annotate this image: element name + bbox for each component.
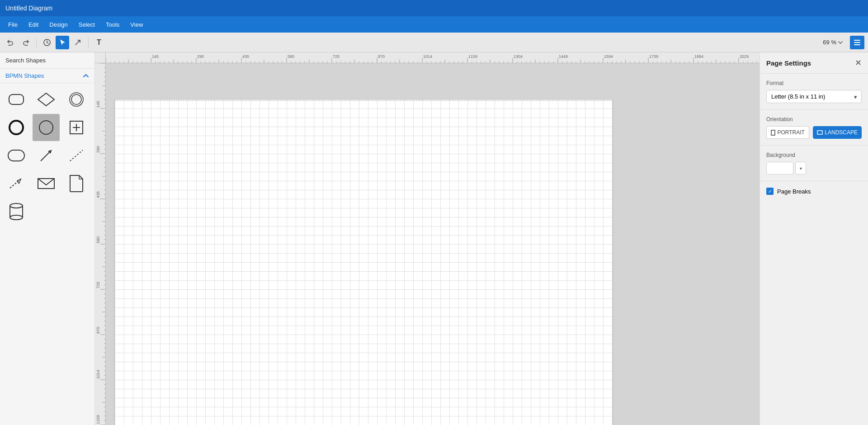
bg-color-box[interactable] [766,162,793,175]
svg-point-7 [71,94,81,104]
page-settings-title: Page Settings [766,59,811,67]
menu-file[interactable]: File [4,19,22,30]
menu-bar: File Edit Design Select Tools View [0,16,868,33]
svg-rect-25 [817,131,822,134]
select-button[interactable] [56,36,69,49]
shape-cylinder[interactable] [3,198,30,225]
shapes-grid [0,83,94,228]
shape-circle-double[interactable] [63,86,90,113]
ruler-corner [95,52,106,63]
svg-point-23 [10,215,23,220]
page-breaks-checkbox[interactable] [766,188,774,195]
right-sidebar: Page Settings ✕ Format Letter (8.5 in x … [760,52,868,425]
background-label: Background [766,152,862,158]
format-section: Format Letter (8.5 in x 11 in) A4 (210 m… [760,74,868,110]
close-settings-button[interactable]: ✕ [855,58,862,68]
svg-marker-5 [38,93,54,106]
ruler-horizontal [106,52,760,63]
shape-dotted-line[interactable] [63,142,90,169]
text-button[interactable]: T [92,36,106,49]
format-panel-button[interactable] [850,36,864,49]
page-break-line [115,100,612,101]
undo-button[interactable] [4,36,17,49]
menu-select[interactable]: Select [74,19,99,30]
format-label: Format [766,80,862,86]
menu-tools[interactable]: Tools [101,19,124,30]
svg-rect-3 [854,44,860,45]
page-canvas[interactable] [115,99,612,425]
orientation-section: Orientation PORTRAIT LANDSCAPE [760,110,868,146]
zoom-value: 69 % [823,39,836,46]
orientation-buttons: PORTRAIT LANDSCAPE [766,126,862,139]
shape-circle-gray[interactable] [33,114,60,141]
search-shapes-label[interactable]: Search Shapes [0,52,94,69]
page-settings-header: Page Settings ✕ [760,52,868,74]
shape-rounded-rect[interactable] [3,86,30,113]
canvas-area[interactable] [95,52,760,425]
shape-arrow-solid[interactable] [33,142,60,169]
category-label: BPMN Shapes [5,72,44,79]
svg-point-9 [39,121,53,134]
toolbar: T 69 % [0,33,868,52]
canvas-scroll[interactable] [106,63,760,425]
orientation-label: Orientation [766,116,862,123]
svg-rect-2 [854,42,860,43]
ruler-vertical [95,63,106,425]
shape-dashed-arrow[interactable] [3,170,30,197]
shape-stadium[interactable] [3,142,30,169]
canvas-grid [115,99,612,425]
app-title: Untitled Diagram [5,5,52,12]
shape-envelope[interactable] [33,170,60,197]
page-breaks-label: Page Breaks [777,188,811,195]
separator-2 [88,37,89,48]
vertical-ruler-canvas [95,63,106,425]
svg-rect-1 [854,40,860,41]
svg-rect-24 [771,130,775,135]
separator-1 [36,37,37,48]
canvas-inner [106,63,760,425]
zoom-indicator[interactable]: 69 % [819,37,846,47]
bg-color-dropdown[interactable]: ▾ [795,162,806,175]
svg-point-8 [9,121,23,134]
page-breaks-section: Page Breaks [760,181,868,201]
svg-rect-4 [9,94,24,104]
shape-diamond[interactable] [33,86,60,113]
menu-view[interactable]: View [126,19,147,30]
horizontal-ruler-canvas [106,52,760,63]
title-bar: Untitled Diagram [0,0,868,16]
main-area: Search Shapes BPMN Shapes [0,52,868,425]
page-breaks-row: Page Breaks [766,188,862,195]
extras-button[interactable] [40,36,54,49]
chevron-up-icon [83,73,89,79]
menu-design[interactable]: Design [45,19,72,30]
format-select[interactable]: Letter (8.5 in x 11 in) A4 (210 mm x 297… [766,90,862,103]
svg-rect-13 [8,150,24,161]
format-select-wrapper: Letter (8.5 in x 11 in) A4 (210 mm x 297… [766,90,862,103]
svg-line-16 [70,150,83,161]
shape-square-plus[interactable] [63,114,90,141]
landscape-button[interactable]: LANDSCAPE [813,126,862,139]
svg-marker-18 [17,179,21,184]
background-section: Background ▾ [760,146,868,181]
bg-color-wrapper: ▾ [766,162,862,175]
menu-edit[interactable]: Edit [24,19,43,30]
connection-button[interactable] [71,36,85,49]
shape-thick-circle[interactable] [3,114,30,141]
shape-document[interactable] [63,170,90,197]
bpmn-shapes-category[interactable]: BPMN Shapes [0,69,94,83]
redo-button[interactable] [19,36,33,49]
left-sidebar: Search Shapes BPMN Shapes [0,52,95,425]
svg-point-20 [10,203,23,208]
portrait-button[interactable]: PORTRAIT [766,126,809,139]
